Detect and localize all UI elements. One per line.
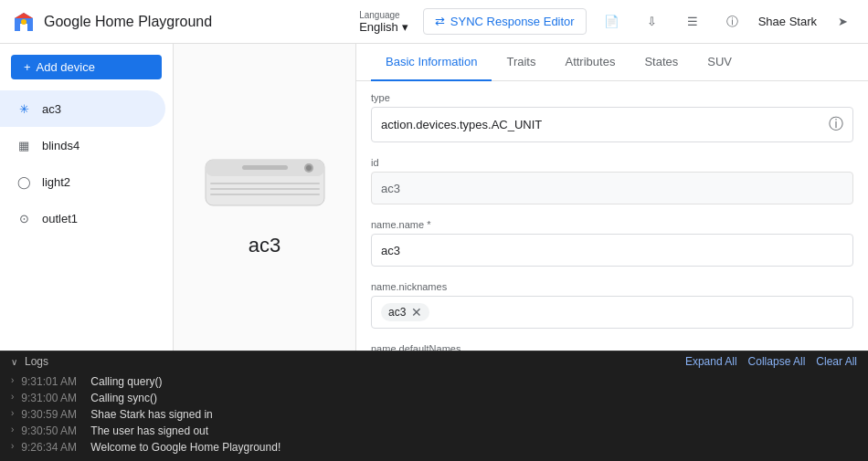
sync-btn-label: SYNC Response Editor [450,15,575,28]
sign-out-button[interactable]: ➤ [828,7,857,37]
log-entry-1: › 9:31:01 AM Calling query() [0,373,868,390]
log-entry-3: › 9:30:59 AM Shae Stark has signed in [0,406,868,423]
export-icon: 📄 [604,15,619,28]
name-label: name.name * [371,219,853,230]
tab-attributes[interactable]: Attributes [550,44,630,81]
device-name-light2: light2 [42,175,70,189]
sidebar-item-ac3[interactable]: ✳ ac3 [0,90,165,127]
lightbulb-icon: ◯ [15,173,33,191]
device-info-panel: Basic Information Traits Attributes Stat… [356,44,868,351]
language-selector[interactable]: Language English ▾ [359,10,408,34]
logs-header[interactable]: ∨ Logs Expand All Collapse All Clear All [0,351,868,372]
chevron-down-icon: ▾ [402,20,408,34]
svg-point-8 [306,165,312,171]
field-nicknames: name.nicknames ac3 ✕ [371,281,853,329]
svg-rect-3 [242,165,288,170]
logs-actions: Expand All Collapse All Clear All [685,355,857,368]
name-value[interactable]: ac3 [371,234,853,267]
language-label: Language [359,10,400,20]
nicknames-value: ac3 ✕ [371,296,853,329]
main-area: + Add device ✳ ac3 ▦ blinds4 ◯ light2 ⊙ … [0,44,868,351]
logs-content: › 9:31:01 AM Calling query() › 9:31:00 A… [0,372,868,461]
app-header: Google Home Playground Language English … [0,0,868,44]
device-image [201,137,329,219]
logs-section: ∨ Logs Expand All Collapse All Clear All… [0,351,868,461]
nickname-tag-ac3: ac3 ✕ [381,303,429,321]
type-help-icon[interactable]: ⓘ [829,115,843,134]
sync-response-editor-button[interactable]: ⇄ SYNC Response Editor [423,8,587,35]
info-content: type action.devices.types.AC_UNIT ⓘ id a… [356,81,868,351]
nickname-text: ac3 [388,306,406,319]
blinds-icon: ▦ [15,136,33,154]
log-chevron-icon-4[interactable]: › [11,424,14,435]
id-label: id [371,157,853,168]
device-preview-panel: ac3 [174,44,356,351]
plus-icon: + [24,60,31,74]
nickname-remove-icon[interactable]: ✕ [411,305,422,320]
log-chevron-icon[interactable]: › [11,375,14,385]
svg-point-0 [21,19,26,25]
log-chevron-icon-2[interactable]: › [11,392,14,402]
collapse-all-button[interactable]: Collapse All [748,355,806,368]
language-dropdown[interactable]: English ▾ [359,20,408,34]
log-message-3: Shae Stark has signed in [90,408,212,421]
user-name[interactable]: Shae Stark [758,15,817,28]
ac-unit-image [201,146,329,210]
outlet-icon: ⊙ [15,209,33,227]
log-time-1: 9:31:01 AM [21,375,83,388]
help-icon-button[interactable]: ⓘ [718,7,747,37]
id-value: ac3 [371,172,853,204]
history-icon-button[interactable]: ☰ [678,7,707,37]
logs-title: Logs [25,355,48,368]
expand-all-button[interactable]: Expand All [685,355,737,368]
logo-icon [11,9,37,35]
download-icon: ⇩ [647,15,657,28]
field-type: type action.devices.types.AC_UNIT ⓘ [371,92,853,142]
sidebar-item-blinds4[interactable]: ▦ blinds4 [0,127,165,163]
log-time-2: 9:31:00 AM [21,392,83,404]
device-list-sidebar: + Add device ✳ ac3 ▦ blinds4 ◯ light2 ⊙ … [0,44,174,351]
sidebar-item-outlet1[interactable]: ⊙ outlet1 [0,200,165,236]
log-message-5: Welcome to Google Home Playground! [90,441,281,454]
tab-suv[interactable]: SUV [693,44,746,81]
log-chevron-icon-3[interactable]: › [11,408,14,418]
nicknames-label: name.nicknames [371,281,853,292]
default-names-label: name.defaultNames [371,343,853,351]
device-preview-label: ac3 [249,234,281,257]
add-device-label: Add device [37,60,95,74]
tab-basic-information[interactable]: Basic Information [371,44,492,81]
log-chevron-icon-5[interactable]: › [11,441,14,451]
download-icon-button[interactable]: ⇩ [638,7,667,37]
log-message-2: Calling sync() [90,392,157,404]
language-value: English [359,20,398,34]
log-time-5: 9:26:34 AM [21,441,83,454]
tab-traits[interactable]: Traits [492,44,550,81]
clear-all-button[interactable]: Clear All [816,355,857,368]
device-list: ✳ ac3 ▦ blinds4 ◯ light2 ⊙ outlet1 [0,90,173,351]
device-name-blinds4: blinds4 [42,139,79,152]
svg-rect-5 [210,188,320,190]
logs-chevron-icon: ∨ [11,357,17,367]
field-id: id ac3 [371,157,853,204]
logo-area: Google Home Playground [11,9,212,35]
app-title: Google Home Playground [44,14,212,30]
log-entry-5: › 9:26:34 AM Welcome to Google Home Play… [0,439,868,456]
type-value: action.devices.types.AC_UNIT ⓘ [371,107,853,142]
device-name-outlet1: outlet1 [42,212,78,225]
log-message-1: Calling query() [90,375,162,388]
field-default-names: name.defaultNames [371,343,853,351]
history-icon: ☰ [687,15,698,28]
add-device-button[interactable]: + Add device [11,55,162,79]
export-icon-button[interactable]: 📄 [598,7,627,37]
sign-out-icon: ➤ [838,15,848,28]
sidebar-item-light2[interactable]: ◯ light2 [0,163,165,200]
snowflake-icon: ✳ [15,100,33,118]
log-time-4: 9:30:50 AM [21,424,83,437]
device-name-ac3: ac3 [42,102,61,116]
tab-states[interactable]: States [630,44,693,81]
svg-rect-6 [210,194,320,195]
svg-rect-4 [210,183,320,184]
field-name: name.name * ac3 [371,219,853,267]
type-label: type [371,92,853,103]
help-icon: ⓘ [726,14,738,30]
